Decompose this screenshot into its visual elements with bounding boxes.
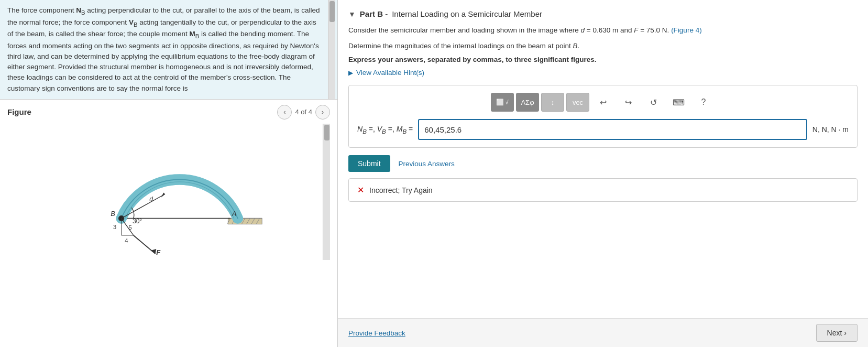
left-panel: The force component NB acting perpendicu… [0,0,338,347]
label-d: d [149,196,153,203]
math-toolbar: ⬜√ ΑΣφ ↕ vec ↩ ↪ ↺ ⌨ ? [357,93,849,112]
provide-feedback-link[interactable]: Provide Feedback [348,329,405,337]
prev-figure-button[interactable]: ‹ [277,105,292,120]
help-button[interactable]: ? [692,93,715,112]
undo-button[interactable]: ↩ [591,93,614,112]
scroll-track [328,0,335,99]
error-message: Incorrect; Try Again [369,186,433,194]
figure-title: Figure [7,107,31,116]
submit-button[interactable]: Submit [348,155,390,172]
figure-scroll-thumb[interactable] [324,125,329,140]
scroll-thumb[interactable] [329,1,335,22]
problem-statement-1: Consider the semicircular member and loa… [348,25,858,36]
next-chevron-icon: › [844,329,847,337]
label-3: 3 [113,224,116,230]
keyboard-button[interactable]: ⌨ [667,93,690,112]
units-label: N, N, N · m [812,125,849,134]
error-icon: ✕ [357,185,364,195]
label-a: A [232,210,237,218]
figure-diagram: A B 30° d [7,124,323,255]
figure-nav: ‹ 4 of 4 › [277,105,330,120]
problem-statement-2: Determine the magnitudes of the internal… [348,40,858,52]
figure-scrollbar [323,124,330,260]
label-4: 4 [125,237,128,244]
next-label: Next [827,329,842,337]
next-figure-button[interactable]: › [315,105,330,120]
equation-label: NB =, VB =, MB = [357,125,413,135]
label-b: B [111,210,115,218]
redo-button[interactable]: ↪ [617,93,640,112]
answer-input-row: NB =, VB =, MB = N, N, N · m [357,119,849,140]
theory-text-block: The force component NB acting perpendicu… [0,0,337,100]
figure-4-link[interactable]: (Figure 4) [671,26,702,34]
template-button[interactable]: ⬜√ [491,93,514,112]
angle-label: 30° [133,218,142,225]
refresh-button[interactable]: ↺ [642,93,665,112]
error-box: ✕ Incorrect; Try Again [348,178,858,202]
svg-marker-12 [161,192,165,197]
part-b-header: ▼ Part B - Internal Loading on a Semicir… [348,0,858,25]
express-text: Express your answers, separated by comma… [348,56,858,63]
figure-counter: 4 of 4 [295,108,312,116]
submit-row: Submit Previous Answers [348,155,858,172]
next-button[interactable]: Next › [816,324,858,342]
hint-arrow-icon: ▶ [348,69,353,77]
hint-label: View Available Hint(s) [356,69,424,77]
right-panel: ▼ Part B - Internal Loading on a Semicir… [338,0,868,347]
label-5: 5 [129,224,132,231]
greek-button[interactable]: ΑΣφ [516,93,539,112]
previous-answers-link[interactable]: Previous Answers [399,160,455,168]
part-b-collapse-arrow[interactable]: ▼ [348,10,356,18]
answer-box: ⬜√ ΑΣφ ↕ vec ↩ ↪ ↺ ⌨ ? NB =, VB =, MB = … [348,85,858,148]
figure-section: Figure ‹ 4 of 4 › [0,100,337,347]
part-b-title: Internal Loading on a Semicircular Membe… [392,9,542,18]
figure-header: Figure ‹ 4 of 4 › [7,105,330,120]
theory-text: The force component NB acting perpendicu… [7,5,322,94]
vec-button[interactable]: vec [566,93,589,112]
footer-bar: Provide Feedback Next › [338,318,868,347]
hint-link[interactable]: ▶ View Available Hint(s) [348,69,858,77]
answer-input[interactable] [418,119,807,140]
label-f: F [156,248,161,255]
arrows-button[interactable]: ↕ [541,93,564,112]
part-b-label: Part B - [360,9,388,18]
